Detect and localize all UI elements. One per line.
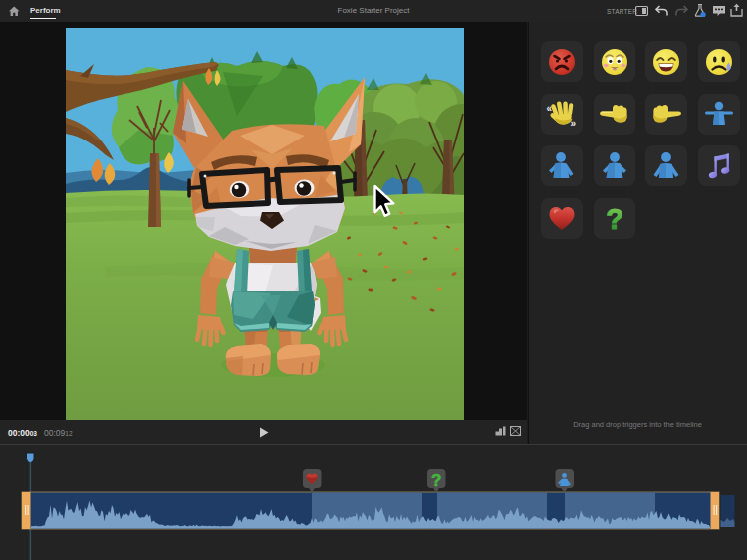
svg-text:?: ? <box>606 203 623 235</box>
svg-text:«: « <box>547 103 553 114</box>
svg-text:»: » <box>571 118 577 129</box>
svg-text:?: ? <box>431 471 441 490</box>
